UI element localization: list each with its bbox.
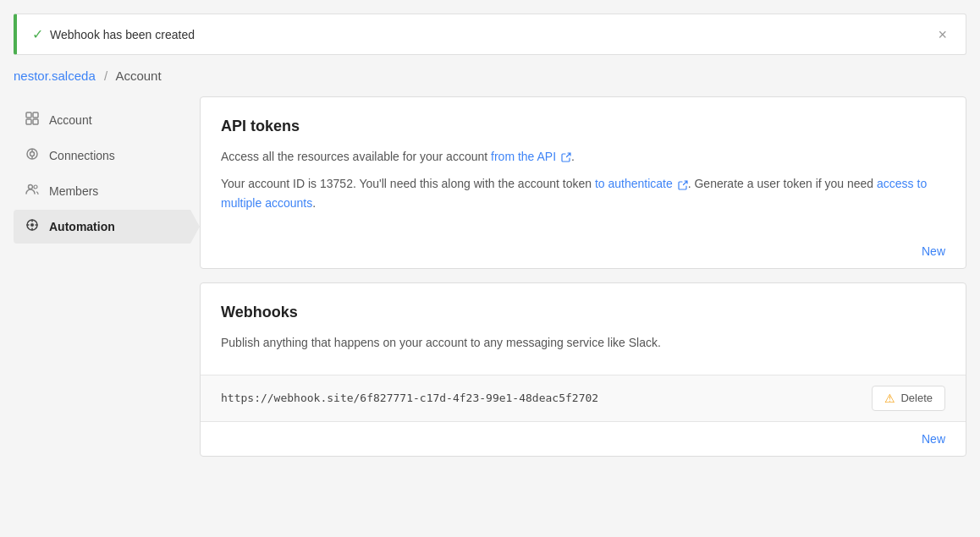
members-icon	[24, 183, 41, 200]
notification-banner: ✓ Webhook has been created ×	[14, 14, 966, 55]
from-api-link[interactable]: from the API	[491, 150, 556, 163]
svg-point-8	[29, 185, 33, 189]
webhooks-title: Webhooks	[221, 304, 945, 321]
webhooks-new-button[interactable]: New	[922, 432, 945, 446]
svg-rect-0	[26, 112, 31, 118]
api-tokens-desc1-suffix: .	[571, 150, 575, 163]
sidebar-item-members[interactable]: Members	[14, 174, 200, 208]
api-tokens-desc1-prefix: Access all the resources available for y…	[221, 150, 491, 163]
api-tokens-desc2-prefix: Your account ID is 13752. You'll need th…	[221, 177, 595, 190]
svg-rect-3	[33, 119, 38, 124]
webhook-url: https://webhook.site/6f827771-c17d-4f23-…	[221, 392, 598, 404]
sidebar-item-account[interactable]: Account	[14, 103, 200, 137]
svg-rect-2	[26, 119, 31, 124]
page-wrapper: ✓ Webhook has been created × nestor.salc…	[0, 14, 980, 537]
close-notification-button[interactable]: ×	[934, 27, 950, 42]
api-tokens-footer: New	[201, 234, 966, 268]
sidebar-item-automation[interactable]: Automation	[14, 210, 200, 244]
sidebar-connections-label: Connections	[49, 149, 115, 162]
breadcrumb: nestor.salceda / Account	[0, 55, 980, 90]
svg-rect-1	[33, 112, 38, 118]
external-link-icon-1	[561, 152, 571, 162]
content-area: API tokens Access all the resources avai…	[200, 96, 966, 457]
webhooks-card: Webhooks Publish anything that happens o…	[200, 282, 966, 456]
connections-icon	[24, 147, 41, 164]
check-icon: ✓	[32, 26, 43, 42]
api-tokens-desc2: Your account ID is 13752. You'll need th…	[221, 174, 945, 212]
api-tokens-desc2-suffix: .	[312, 196, 316, 210]
notification-content: ✓ Webhook has been created	[32, 26, 195, 42]
svg-point-11	[30, 223, 34, 227]
api-tokens-card: API tokens Access all the resources avai…	[200, 96, 966, 269]
api-tokens-desc2-middle: . Generate a user token if you need	[688, 177, 877, 190]
breadcrumb-current: Account	[115, 68, 161, 83]
main-layout: Account Connections	[0, 90, 980, 470]
notification-message: Webhook has been created	[50, 28, 195, 41]
sidebar: Account Connections	[14, 96, 200, 457]
breadcrumb-user-link[interactable]: nestor.salceda	[14, 68, 96, 83]
sidebar-item-connections[interactable]: Connections	[14, 139, 200, 173]
webhooks-footer: New	[201, 422, 966, 456]
sidebar-account-label: Account	[49, 113, 92, 127]
webhooks-description: Publish anything that happens on your ac…	[221, 333, 945, 352]
account-icon	[24, 112, 41, 129]
webhook-row: https://webhook.site/6f827771-c17d-4f23-…	[201, 375, 966, 422]
webhooks-body: Webhooks Publish anything that happens o…	[201, 283, 966, 374]
svg-point-9	[34, 185, 37, 189]
delete-webhook-button[interactable]: ⚠ Delete	[872, 386, 945, 411]
delete-label: Delete	[900, 392, 933, 404]
api-tokens-desc1: Access all the resources available for y…	[221, 147, 945, 166]
api-tokens-new-button[interactable]: New	[922, 244, 945, 258]
sidebar-members-label: Members	[49, 184, 98, 198]
warning-icon: ⚠	[884, 392, 895, 405]
api-tokens-body: API tokens Access all the resources avai…	[201, 97, 966, 234]
breadcrumb-separator: /	[104, 68, 107, 83]
api-tokens-title: API tokens	[221, 118, 945, 135]
automation-icon	[24, 218, 41, 235]
sidebar-automation-label: Automation	[49, 220, 115, 233]
authenticate-link[interactable]: to authenticate	[595, 177, 673, 190]
external-link-icon-2	[678, 180, 688, 190]
svg-point-5	[30, 152, 35, 156]
